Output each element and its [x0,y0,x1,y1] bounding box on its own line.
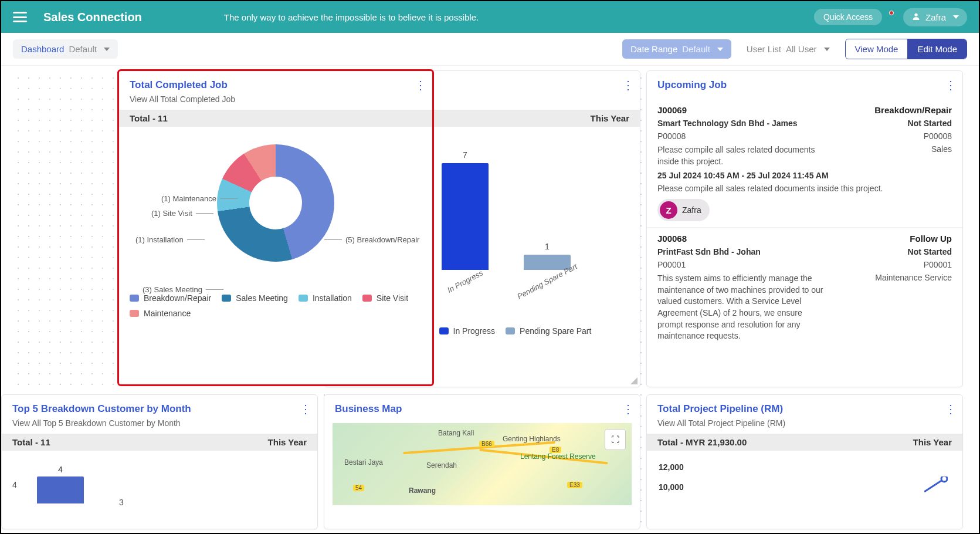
job-id: J00068 [657,234,687,244]
job-id: J00069 [657,105,687,115]
dashboard-label: Dashboard [21,44,64,54]
donut-chart: (5) Breakdown/Repair (3) Sales Meeting (… [119,127,432,324]
assignee-chip[interactable]: Z Zafra [657,199,710,221]
card-view-all[interactable]: View All Total Project Pipeline (RM) [647,418,962,434]
quick-access-button[interactable]: Quick Access [814,9,882,25]
bar-rect [37,476,84,503]
svg-point-2 [941,476,947,482]
breakdown-bar-chart: 4 4 3 [2,451,317,503]
upcoming-job-card[interactable]: ⋮ Upcoming Job J00069Breakdown/Repair Sm… [646,70,963,387]
job-status: Not Started [908,247,952,256]
card-total: Total - 11 [130,113,168,123]
card-title: Upcoming Job [647,71,962,94]
slice-label-sitevisit: (1) Site Visit [151,209,213,218]
highlight-badge: 2 [117,70,119,85]
slice-label-breakdown: (5) Breakdown/Repair [324,235,419,244]
job-project-id: P00008 [657,131,686,141]
card-title: Business Map [324,395,640,418]
bar-in-progress: 7 In Progress [442,163,489,270]
upcoming-job-list[interactable]: J00069Breakdown/Repair Smart Technology … [647,94,962,341]
road-badge: E33 [567,482,582,488]
user-icon [911,12,921,23]
date-range-selector[interactable]: Date Range Default [622,39,731,59]
job-time: 25 Jul 2024 10:45 AM - 25 Jul 2024 11:45… [657,171,952,180]
card-total: Total - 11 [12,437,50,447]
job-assignees: Z Zafra [657,199,952,221]
job-customer: Smart Technology Sdn Bhd - James [657,119,798,128]
card-title: Total Completed Job [119,71,432,94]
job-item[interactable]: J00068Follow Up PrintFast Sdn Bhd - Joha… [647,228,962,341]
job-note: Please compile all sales related documen… [657,184,952,193]
map-place: Serendah [426,461,457,469]
pipeline-line-chart: 12,000 10,000 [647,451,962,498]
card-menu-button[interactable]: ⋮ [300,402,310,416]
bar-value: 3 [119,498,124,507]
user-name: Zafra [925,12,946,22]
card-period: This Year [913,437,952,447]
road-badge: E8 [550,447,561,453]
user-list-label: User List [747,44,781,54]
card-view-all[interactable]: View All Total Completed Job [119,94,432,110]
card-title: Top 5 Breakdown Customer by Month [2,395,317,418]
dashboard-selector[interactable]: Dashboard Default [13,39,118,59]
road-badge: 54 [353,485,364,491]
app-header: Sales Connection The only way to achieve… [1,1,979,33]
card-title: Total Project Pipeline (RM) [647,395,962,418]
slice-label-maint: (1) Maintenance [161,194,238,203]
job-category: Maintenance Service [875,273,952,341]
card-menu-button[interactable]: ⋮ [622,402,633,416]
assignee-name: Zafra [682,205,701,215]
map-viewport[interactable]: ⛶ Batang Kali Genting Highlands Bestari … [333,423,632,505]
card-menu-button[interactable]: ⋮ [415,78,425,92]
date-range-label: Date Range [630,44,677,54]
top5-breakdown-card[interactable]: ⋮ Top 5 Breakdown Customer by Month View… [1,394,318,529]
chevron-down-icon [717,48,723,51]
job-description: Please compile all sales related documen… [657,144,828,167]
slice-label-sales: (3) Sales Meeting [143,285,223,294]
card-view-all[interactable]: View All Top 5 Breakdown Customer by Mon… [2,418,317,434]
card-summary-bar: Total - MYR 21,930.00 This Year [647,434,962,451]
dashboard-canvas: ⋮ Overdue Job View All Overdue Job Total… [1,66,979,533]
donut-ring [217,144,334,262]
card-summary-bar: Total - 11 This Year [119,110,432,127]
job-type: Breakdown/Repair [874,105,952,115]
card-menu-button[interactable]: ⋮ [622,78,633,92]
edit-mode-button[interactable]: Edit Mode [908,39,967,59]
header-tagline: The only way to achieve the impossible i… [224,12,479,22]
job-item[interactable]: J00069Breakdown/Repair Smart Technology … [647,99,962,228]
job-ref: P00001 [924,260,952,269]
brand-title: Sales Connection [43,11,142,24]
resize-handle[interactable] [629,376,637,384]
job-type: Follow Up [910,234,952,244]
job-status: Not Started [908,119,952,128]
view-mode-button[interactable]: View Mode [846,39,908,59]
card-total: Total - MYR 21,930.00 [657,437,747,447]
line-segment [924,476,948,494]
job-description: This system aims to efficiently manage t… [657,273,828,341]
user-menu[interactable]: Zafra [903,8,967,26]
avatar: Z [660,201,677,219]
hamburger-menu[interactable] [13,12,27,22]
chevron-down-icon [953,15,959,19]
y-tick: 12,000 [659,462,684,472]
business-map-card[interactable]: ⋮ Business Map ⛶ Batang Kali Genting Hig… [324,394,640,529]
bar-pending-spare: 1 Pending Spare Part [524,255,571,270]
user-list-selector[interactable]: User List All User [738,39,838,59]
map-place: Genting Highlands [503,435,561,443]
chevron-down-icon [104,48,110,51]
chevron-down-icon [824,48,830,51]
date-range-value: Default [682,44,710,54]
total-completed-job-card[interactable]: 2 ⋮ Total Completed Job View All Total C… [117,69,434,386]
map-place: Rawang [409,486,436,495]
mode-toggle: View Mode Edit Mode [845,39,967,59]
card-period: This Year [591,113,629,123]
job-ref: P00008 [924,131,952,141]
dashboard-toolbar: Dashboard Default Date Range Default Use… [1,33,979,66]
fullscreen-button[interactable]: ⛶ [605,429,626,450]
y-tick: 10,000 [659,482,684,492]
total-pipeline-card[interactable]: ⋮ Total Project Pipeline (RM) View All T… [646,394,963,529]
svg-point-0 [914,13,917,16]
user-list-value: All User [786,44,817,54]
card-menu-button[interactable]: ⋮ [945,78,955,92]
card-menu-button[interactable]: ⋮ [945,402,955,416]
